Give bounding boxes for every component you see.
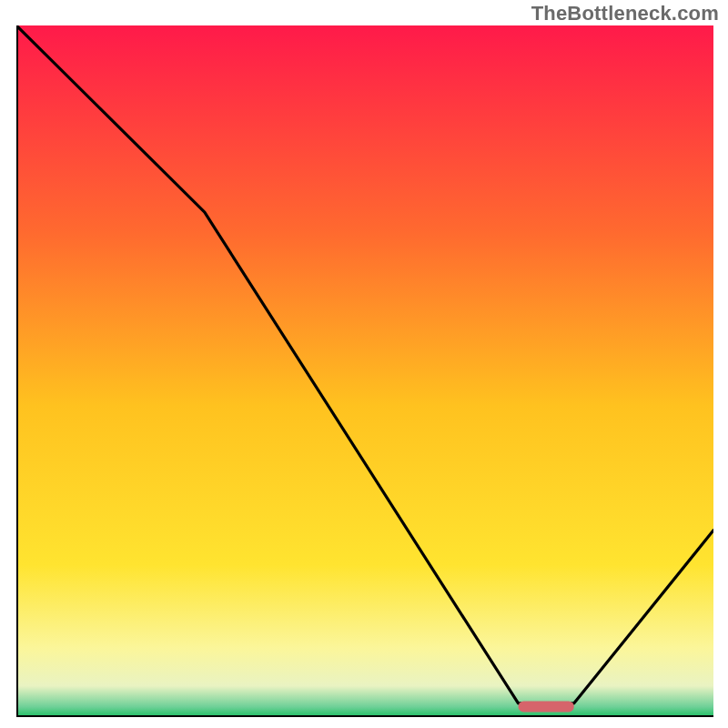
bottleneck-chart xyxy=(16,25,713,717)
watermark-label: TheBottleneck.com xyxy=(531,2,719,25)
chart-container: TheBottleneck.com xyxy=(0,0,728,728)
optimal-range-marker xyxy=(519,702,574,713)
